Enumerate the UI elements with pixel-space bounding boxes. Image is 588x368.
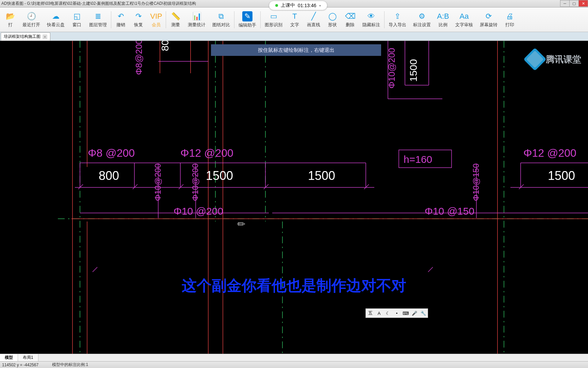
tool-label: 会员 (152, 22, 161, 28)
recognize-icon: ▭ (269, 12, 278, 21)
status-coords: 114502 y = -442567 (2, 363, 38, 367)
layer-icon: ≣ (93, 12, 103, 21)
floating-text-toolbar[interactable]: 五 A ☾ • ⌨ 🎤 🔧 (365, 308, 428, 318)
svg-text:Φ8@200: Φ8@200 (134, 41, 144, 75)
tool-delete[interactable]: ⌫删除 (341, 10, 359, 29)
svg-line-30 (78, 184, 83, 189)
layout-tab-bar: 模型 布局1 (0, 354, 588, 361)
svg-text:1500: 1500 (206, 169, 233, 183)
tool-line[interactable]: ╱画直线 (304, 10, 324, 29)
minimize-button[interactable]: ─ (560, 0, 570, 7)
shape-icon: ◯ (328, 12, 337, 21)
recent-icon: 🕘 (27, 12, 36, 21)
tool-undo[interactable]: ↶撤销 (112, 10, 130, 29)
svg-text:80: 80 (159, 41, 170, 51)
wrench-icon[interactable]: 🔧 (420, 310, 427, 317)
tool-label: 图形识别 (265, 22, 282, 28)
video-subtitle: 这个副金你看他也是制作边对不对 (0, 276, 588, 296)
tool-label: 撤销 (116, 22, 125, 28)
svg-text:Φ10@150: Φ10@150 (471, 164, 480, 201)
close-button[interactable]: ✕ (578, 0, 588, 7)
tool-shape[interactable]: ◯形状 (324, 10, 341, 29)
class-timer[interactable]: 上课中 01:13:46 ▾ (269, 1, 327, 10)
tool-label: 窗口 (72, 22, 81, 28)
screen-icon: ⟳ (484, 12, 493, 21)
tool-label: 打印 (505, 22, 514, 28)
layout1-tab[interactable]: 布局1 (18, 354, 38, 361)
svg-text:Φ12 @200: Φ12 @200 (180, 147, 233, 159)
tool-stats[interactable]: 📊测量统计 (184, 10, 209, 29)
dot-icon[interactable]: • (393, 310, 400, 317)
tool-hide[interactable]: 👁隐藏标注 (359, 10, 383, 29)
tool-window[interactable]: ◱窗口 (68, 10, 86, 29)
ime-icon[interactable]: 五 (367, 310, 374, 317)
svg-text:Φ10@200: Φ10@200 (191, 164, 200, 201)
cloud-icon: ☁ (51, 12, 61, 21)
tool-vip[interactable]: VIP会员 (147, 10, 165, 29)
svg-line-31 (133, 184, 137, 189)
print-icon: 🖨 (505, 12, 514, 21)
tool-compare[interactable]: ⧉图纸对比 (209, 10, 233, 29)
tool-label: 比例 (439, 22, 447, 28)
edit-icon: ✎ (242, 11, 252, 21)
font-a-icon[interactable]: A (376, 310, 382, 317)
tool-print[interactable]: 🖨打印 (501, 10, 519, 29)
svg-text:Φ10@200: Φ10@200 (153, 164, 162, 201)
tool-dimset[interactable]: ⚙标注设置 (410, 10, 434, 29)
tool-screen[interactable]: ⟳屏幕旋转 (476, 10, 501, 29)
model-tab[interactable]: 模型 (0, 354, 18, 361)
svg-text:1500: 1500 (408, 59, 419, 82)
moon-icon[interactable]: ☾ (385, 310, 391, 317)
svg-line-35 (519, 184, 524, 189)
dimset-icon: ⚙ (417, 12, 427, 21)
tool-layer[interactable]: ≣图层管理 (86, 10, 110, 29)
tool-open[interactable]: 📂打 (1, 10, 19, 29)
measure-icon: 📏 (171, 12, 180, 21)
stats-icon: 📊 (192, 12, 201, 21)
main-toolbar: 📂打🕘最近打开☁快看云盘◱窗口≣图层管理↶撤销↷恢复VIP会员📏测量📊测量统计⧉… (0, 7, 588, 32)
tool-edit[interactable]: ✎编辑助手 (235, 10, 260, 30)
tool-label: 图层管理 (89, 22, 107, 28)
io-icon: ⇪ (393, 12, 402, 21)
svg-text:h=160: h=160 (404, 154, 432, 165)
tool-textrev[interactable]: Aa文字审核 (452, 10, 476, 29)
tool-redo[interactable]: ↷恢复 (130, 10, 147, 29)
tool-io[interactable]: ⇪导入导出 (385, 10, 410, 29)
tool-label: 快看云盘 (47, 22, 65, 28)
watermark: 腾讯课堂 (527, 51, 581, 67)
svg-text:Φ8 @200: Φ8 @200 (88, 147, 135, 159)
tool-label: 图纸对比 (212, 22, 230, 28)
keyboard-icon[interactable]: ⌨ (402, 310, 409, 317)
hint-message: 按住鼠标左键绘制标注，右键退出 (211, 44, 381, 56)
tool-text[interactable]: T文字 (286, 10, 304, 29)
svg-text:1500: 1500 (308, 169, 335, 183)
tool-label: 测量统计 (188, 22, 206, 28)
timer-time: 01:13:46 (298, 3, 316, 8)
hide-icon: 👁 (366, 12, 376, 21)
tool-recognize[interactable]: ▭图形识别 (261, 10, 286, 29)
delete-icon: ⌫ (345, 12, 355, 21)
tencent-logo-icon (523, 48, 546, 71)
tool-label: 导入导出 (389, 22, 406, 28)
tool-label: 最近打开 (22, 22, 40, 28)
tool-label: 编辑助手 (239, 22, 256, 28)
drawing-canvas[interactable]: 按住鼠标左键绘制标注，右键退出 (0, 41, 588, 354)
maximize-button[interactable]: ▢ (569, 0, 579, 7)
tool-measure[interactable]: 📏测量 (167, 10, 184, 29)
chevron-down-icon: ▾ (319, 4, 321, 7)
window-title: AD快速看图 - G:\刘老师\03电算课程\02基础-土建\02-案例图纸及配… (1, 1, 196, 6)
tool-cloud[interactable]: ☁快看云盘 (44, 10, 68, 29)
window-icon: ◱ (72, 12, 82, 21)
tab-close-icon[interactable]: × (43, 34, 47, 39)
document-tab-bar: 培训框架结构施工图 × (0, 32, 588, 41)
tool-label: 测量 (171, 22, 180, 28)
tool-label: 打 (8, 22, 13, 28)
svg-text:Φ10 @150: Φ10 @150 (425, 205, 474, 217)
tool-scale[interactable]: A:B比例 (434, 10, 452, 29)
document-tab[interactable]: 培训框架结构施工图 × (1, 32, 50, 41)
mic-icon[interactable]: 🎤 (411, 310, 418, 317)
svg-text:1500: 1500 (548, 169, 575, 183)
tool-recent[interactable]: 🕘最近打开 (19, 10, 44, 29)
undo-icon: ↶ (116, 12, 126, 21)
vip-icon: VIP (151, 12, 161, 21)
